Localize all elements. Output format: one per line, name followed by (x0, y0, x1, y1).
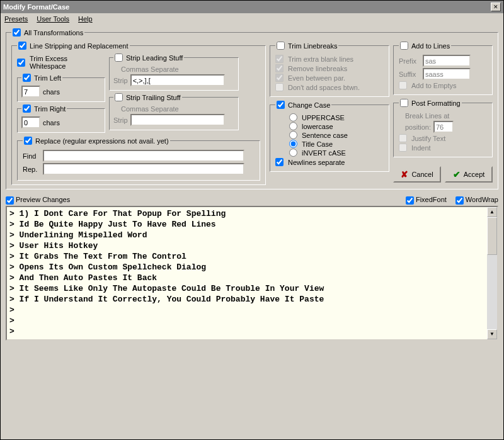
strip-leading-commas: Commas Separate (121, 65, 179, 73)
trim-extra-label: Trim extra blank lines (288, 55, 353, 63)
trim-excess-label: Trim Excess Whitespace (30, 55, 99, 70)
replace-group: Replace (regular expressions not avail. … (17, 137, 260, 181)
justify-label: Justify Text (411, 135, 445, 142)
wordwrap-label: WordWrap (466, 196, 498, 203)
accept-button[interactable]: ✔Accept (445, 166, 493, 183)
trim-right-chars: chars (43, 119, 60, 127)
strip-trailing-commas: Commas Separate (121, 105, 179, 113)
dont-add-label: Don't add spaces btwn. (288, 84, 360, 91)
even-par-label: Even between par. (288, 74, 345, 82)
remove-lb-checkbox[interactable] (275, 64, 284, 72)
trim-left-input[interactable] (21, 86, 40, 98)
menu-user-tools[interactable]: User Tools (37, 15, 69, 23)
prefix-label: Prefix (399, 57, 420, 65)
trim-left-chars: chars (43, 88, 60, 96)
lowercase-radio[interactable] (289, 122, 297, 130)
suffix-input[interactable] (423, 68, 471, 80)
break-lines-label: Break Lines at (405, 112, 449, 120)
titlecase-radio[interactable] (289, 140, 297, 148)
trim-linebreaks-checkbox[interactable] (277, 42, 285, 50)
line-stripping-group: Line Stripping and Replacement Trim Exce… (11, 42, 266, 185)
sentence-label: Sentence case (302, 132, 348, 139)
trim-right-label: Trim Right (34, 105, 66, 113)
preview-options-bar: Preview Changes FixedFont WordWrap (1, 193, 503, 206)
replace-label: Replace (regular expressions not avail. … (35, 137, 169, 145)
invertcase-label: iNVERT cASE (302, 149, 346, 157)
suffix-label: Suffix (399, 71, 420, 78)
rep-label: Rep. (23, 166, 40, 173)
trim-extra-checkbox[interactable] (275, 55, 284, 63)
close-icon[interactable]: ✕ (491, 3, 501, 11)
all-transformations-group: All Transformations Line Stripping and R… (6, 28, 498, 189)
strip-trailing-checkbox[interactable] (115, 93, 123, 101)
titlebar: Modify Format/Case ✕ (1, 1, 503, 13)
trim-left-group: Trim Left chars (17, 74, 105, 102)
uppercase-radio[interactable] (289, 113, 297, 121)
remove-lb-label: Remove linebreaks (288, 65, 347, 72)
window-title: Modify Format/Case (3, 3, 69, 11)
indent-checkbox[interactable] (399, 144, 407, 152)
newlines-sep-checkbox[interactable] (275, 158, 284, 166)
preview-text[interactable]: > 1) I Dont Care For That Popup For Spel… (7, 207, 487, 339)
wordwrap-checkbox[interactable] (455, 196, 464, 205)
trim-linebreaks-group: Trim Linebreaks Trim extra blank lines R… (270, 42, 389, 97)
find-label: Find (23, 152, 40, 160)
position-input[interactable] (433, 121, 454, 133)
replace-checkbox[interactable] (24, 137, 32, 145)
titlecase-label: Title Case (302, 140, 333, 148)
scroll-down-icon[interactable]: ▼ (487, 329, 497, 339)
change-case-group: Change Case UPPERCASE lowercase Sentence… (270, 101, 389, 172)
preview-pane: > 1) I Dont Care For That Popup For Spel… (6, 206, 498, 341)
scroll-up-icon[interactable]: ▲ (487, 207, 497, 217)
post-formatting-label: Post Formatting (411, 99, 461, 107)
post-formatting-group: Post Formatting Break Lines at position:… (393, 99, 493, 157)
line-stripping-checkbox[interactable] (18, 42, 26, 50)
even-par-checkbox[interactable] (275, 74, 284, 82)
find-input[interactable] (43, 150, 244, 162)
position-label: position: (405, 123, 431, 131)
all-transformations-label: All Transformations (24, 29, 83, 37)
strip-leading-input[interactable] (130, 74, 225, 86)
strip-trailing-label: Strip Trailing Stuff (126, 94, 181, 101)
justify-checkbox[interactable] (399, 134, 407, 142)
trim-linebreaks-label: Trim Linebreaks (288, 42, 337, 50)
prefix-input[interactable] (423, 55, 471, 67)
post-formatting-checkbox[interactable] (400, 99, 408, 107)
scroll-thumb[interactable] (487, 217, 497, 255)
add-to-lines-checkbox[interactable] (400, 42, 408, 50)
strip-leading-label: Strip Leading Stuff (126, 54, 183, 62)
all-transformations-checkbox[interactable] (13, 28, 21, 37)
preview-changes-label: Preview Changes (16, 196, 70, 203)
add-to-lines-label: Add to Lines (411, 42, 450, 50)
preview-changes-checkbox[interactable] (6, 196, 14, 205)
uppercase-label: UPPERCASE (302, 114, 345, 121)
change-case-checkbox[interactable] (277, 101, 285, 109)
rep-input[interactable] (43, 163, 244, 175)
trim-excess-checkbox[interactable] (17, 59, 25, 67)
scrollbar-vertical[interactable]: ▲ ▼ (487, 207, 497, 339)
menubar: Presets User Tools Help (1, 13, 503, 25)
change-case-label: Change Case (288, 101, 330, 109)
menu-help[interactable]: Help (78, 15, 93, 23)
fixedfont-checkbox[interactable] (406, 196, 414, 205)
lowercase-label: lowercase (302, 123, 333, 130)
cancel-button[interactable]: ✘Cancel (393, 166, 441, 183)
trim-right-checkbox[interactable] (23, 104, 31, 113)
trim-left-label: Trim Left (34, 74, 61, 82)
line-stripping-label: Line Stripping and Replacement (30, 42, 129, 50)
trim-left-checkbox[interactable] (23, 74, 31, 82)
indent-label: Indent (411, 144, 431, 152)
menu-presets[interactable]: Presets (4, 15, 28, 23)
strip-trailing-input[interactable] (130, 114, 225, 126)
trim-right-input[interactable] (21, 116, 40, 128)
add-to-lines-group: Add to Lines Prefix Suffix Add to Emptys (393, 42, 493, 95)
x-icon: ✘ (401, 169, 408, 179)
strip-leading-checkbox[interactable] (115, 54, 123, 62)
sentence-radio[interactable] (289, 131, 297, 139)
add-emptys-checkbox[interactable] (399, 81, 407, 89)
trim-right-group: Trim Right chars (17, 104, 105, 133)
invertcase-radio[interactable] (289, 149, 297, 157)
dont-add-checkbox[interactable] (275, 83, 284, 91)
add-emptys-label: Add to Emptys (411, 82, 457, 89)
scroll-track[interactable] (487, 255, 497, 329)
